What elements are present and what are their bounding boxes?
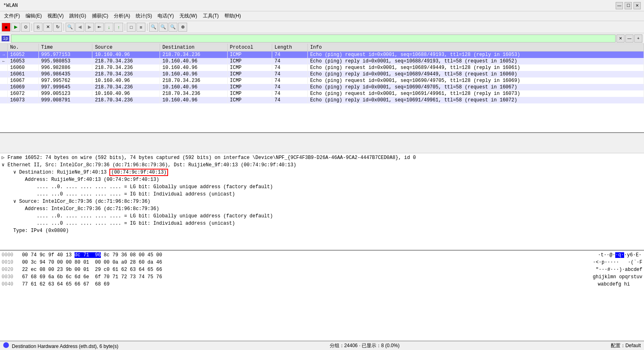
close-button[interactable]: ✕: [633, 2, 641, 9]
reload-button[interactable]: ↻: [53, 23, 62, 32]
hex-ascii: "···#···)·abcdef: [592, 266, 642, 273]
filter-apply-button[interactable]: +: [634, 34, 642, 43]
menu-item[interactable]: 捕获(C): [90, 12, 111, 20]
cell-info: Echo (ping) request id=0x0001, seq=10689…: [307, 64, 644, 71]
cell-no: 16060: [8, 64, 39, 71]
menu-item[interactable]: 分析(A): [111, 12, 132, 20]
detail-pane[interactable]: ▷ Frame 16052: 74 bytes on wire (592 bit…: [0, 153, 644, 251]
col-proto[interactable]: Protocol: [227, 44, 272, 52]
hex-ascii: wabcdefg hi: [594, 281, 642, 288]
close-file-button[interactable]: ✕: [43, 23, 52, 32]
cell-dest: 10.160.40.96: [160, 71, 227, 77]
hex-row: 0020 22 ec 08 00 23 9b 00 01 29 c0 61 62…: [2, 266, 642, 273]
col-no[interactable]: No.: [8, 44, 39, 52]
table-row[interactable]: 16060996.982886218.70.34.23610.160.40.96…: [0, 64, 644, 71]
cell-len: 74: [272, 84, 307, 90]
hex-offset: 0000: [2, 251, 22, 259]
start-button[interactable]: ▶: [11, 23, 20, 32]
forward-button[interactable]: ▶: [85, 23, 94, 32]
find-button[interactable]: 🔍: [66, 23, 75, 32]
cell-no: 16053: [8, 58, 39, 64]
menu-item[interactable]: 编辑(E): [23, 12, 44, 20]
menu-item[interactable]: 跳转(G): [67, 12, 88, 20]
detail-line: .... ...0 .... .... .... .... = IG bit: …: [2, 220, 642, 227]
menu-bar: 文件(F)编辑(E)视图(V)跳转(G)捕获(C)分析(A)统计(S)电话(Y)…: [0, 11, 644, 21]
table-row[interactable]: ←16053995.980853218.70.34.23610.160.40.9…: [0, 58, 644, 64]
zoom-in-button[interactable]: 🔍: [149, 23, 158, 32]
cell-source: 218.70.34.236: [92, 58, 160, 64]
table-row[interactable]: 16073999.008791218.70.34.23610.160.40.96…: [0, 97, 644, 103]
cell-len: 74: [272, 77, 307, 84]
row-arrow: ←: [0, 58, 8, 64]
detail-line: Address: RuijieNe_9f:40:13 (00:74:9c:9f:…: [2, 176, 642, 183]
filter-bookmark-button[interactable]: —: [625, 34, 633, 43]
col-arrow: [0, 44, 8, 52]
layout-button[interactable]: ≡: [136, 23, 145, 32]
back-button[interactable]: ◀: [75, 23, 84, 32]
cell-info: Echo (ping) reply id=0x0001, seq=10688/4…: [307, 58, 644, 64]
cell-proto: ICMP: [227, 90, 272, 97]
row-arrow: [0, 71, 8, 77]
packet-table-header: No. Time Source Destination Protocol Len…: [0, 44, 644, 52]
cell-time: 999.005123: [38, 90, 92, 97]
stop-button[interactable]: ■: [2, 23, 11, 32]
cell-time: 996.982886: [38, 64, 92, 71]
row-arrow: [0, 77, 8, 84]
menu-item[interactable]: 无线(W): [177, 12, 199, 20]
cell-no: 16069: [8, 84, 39, 90]
up-button[interactable]: ↑: [114, 23, 123, 32]
menu-item[interactable]: 工具(T): [200, 12, 221, 20]
zoom-fit-button[interactable]: ⊕: [178, 23, 187, 32]
col-source[interactable]: Source: [92, 44, 160, 52]
minimize-button[interactable]: —: [616, 2, 623, 9]
status-left-text: Destination Hardware Address (eth.dst), …: [12, 344, 118, 349]
restart-button[interactable]: ⊙: [21, 23, 30, 32]
col-len[interactable]: Length: [272, 44, 307, 52]
cell-info: Echo (ping) request id=0x0001, seq=10688…: [307, 52, 644, 58]
table-row[interactable]: →16052995.97715310.160.40.96218.70.34.23…: [0, 52, 644, 58]
cell-proto: ICMP: [227, 77, 272, 84]
detail-line: .... ..0. .... .... .... .... = LG bit: …: [2, 183, 642, 191]
filter-clear-button[interactable]: ✕: [616, 34, 625, 43]
col-time[interactable]: Time: [38, 44, 92, 52]
hex-offset: 0040: [2, 281, 22, 288]
row-arrow: →: [0, 52, 8, 58]
table-row[interactable]: 16061996.986435218.70.34.23610.160.40.96…: [0, 71, 644, 77]
menu-item[interactable]: 统计(S): [133, 12, 154, 20]
title-text: *WLAN: [3, 3, 18, 9]
cell-no: 16067: [8, 77, 39, 84]
pane-button[interactable]: □: [127, 23, 136, 32]
first-button[interactable]: ⇤: [95, 23, 104, 32]
detail-line: .... ..0. .... .... .... .... = LG bit: …: [2, 213, 642, 220]
hex-offset: 0030: [2, 273, 22, 281]
menu-item[interactable]: 文件(F): [2, 12, 22, 20]
cell-dest: 10.160.40.96: [160, 64, 227, 71]
cell-dest: 10.160.40.96: [160, 58, 227, 64]
col-dest[interactable]: Destination: [160, 44, 227, 52]
table-row[interactable]: 16069997.999645218.70.34.23610.160.40.96…: [0, 84, 644, 90]
menu-item[interactable]: 电话(Y): [155, 12, 176, 20]
menu-item[interactable]: 视图(V): [45, 12, 66, 20]
hex-row: 0030 67 68 69 6a 6b 6c 6d 6e 6f 70 71 72…: [2, 273, 642, 281]
cell-time: 995.977153: [38, 52, 92, 58]
cell-source: 218.70.34.236: [92, 97, 160, 103]
cell-source: 10.160.40.96: [92, 52, 160, 58]
cell-source: 10.160.40.96: [92, 77, 160, 84]
filter-input[interactable]: ip.addr == 218.70.34.236 and icmp: [11, 34, 616, 43]
filter-indicator: ip: [2, 36, 9, 41]
table-row[interactable]: 16072999.00512310.160.40.96218.70.34.236…: [0, 90, 644, 97]
zoom-out-button[interactable]: 🔍: [159, 23, 168, 32]
maximize-button[interactable]: ☐: [625, 2, 632, 9]
hex-bytes: 77 61 62 63 64 65 66 67 68 69: [22, 281, 594, 288]
hex-pane[interactable]: 0000 00 74 9c 9f 40 13 dc 71 96 8c 79 36…: [0, 251, 644, 341]
toolbar: ■ ▶ ⊙ ⎘ ✕ ↻ 🔍 ◀ ▶ ⇤ ↓ ↑ □ ≡ 🔍 🔍 🔍 ⊕: [0, 21, 644, 33]
col-info[interactable]: Info: [307, 44, 644, 52]
table-row[interactable]: 16067997.99576210.160.40.96218.70.34.236…: [0, 77, 644, 84]
packet-list[interactable]: No. Time Source Destination Protocol Len…: [0, 44, 644, 133]
cell-proto: ICMP: [227, 97, 272, 103]
zoom-reset-button[interactable]: 🔍: [168, 23, 177, 32]
save-button[interactable]: ⎘: [34, 23, 43, 32]
menu-item[interactable]: 帮助(H): [222, 12, 243, 20]
down-button[interactable]: ↓: [104, 23, 113, 32]
cell-source: 218.70.34.236: [92, 64, 160, 71]
